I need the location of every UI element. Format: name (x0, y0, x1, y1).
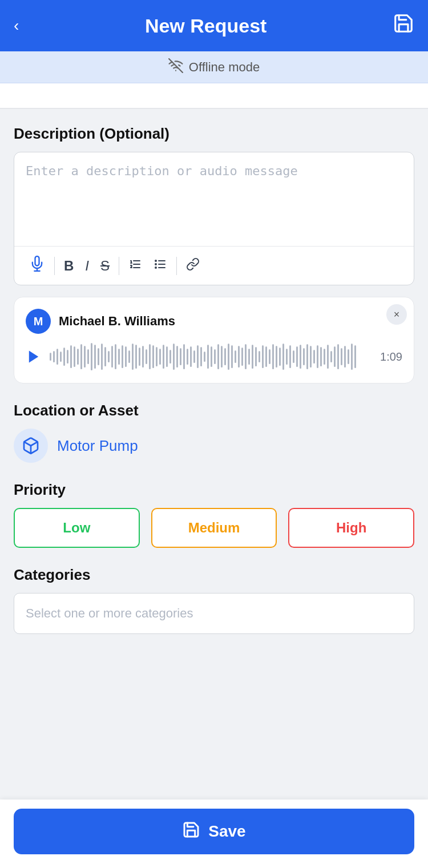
offline-banner: Offline mode (0, 51, 428, 83)
svg-point-10 (155, 260, 156, 261)
unordered-list-button[interactable] (148, 254, 173, 278)
avatar: M (26, 309, 51, 334)
app-header: ‹ New Request (0, 0, 428, 51)
priority-high-button[interactable]: High (288, 508, 414, 548)
strikethrough-button[interactable]: S (95, 255, 115, 277)
categories-select[interactable]: Select one or more categories (14, 593, 414, 634)
priority-low-button[interactable]: Low (14, 508, 140, 548)
bottom-bar: Save (0, 800, 428, 868)
svg-point-12 (155, 267, 156, 268)
description-container: B I S (14, 152, 414, 285)
asset-name[interactable]: Motor Pump (57, 437, 138, 455)
tab-row (0, 83, 428, 109)
audio-duration: 1:09 (380, 350, 402, 364)
location-asset-label: Location or Asset (14, 402, 414, 419)
waveform (50, 343, 372, 370)
description-input[interactable] (14, 152, 414, 244)
offline-text: Offline mode (189, 60, 260, 75)
audio-card: × M Michael B. Williams 1:09 (14, 297, 414, 383)
sep-3 (176, 257, 177, 275)
italic-button[interactable]: I (79, 255, 95, 277)
main-content: Description (Optional) B I S (0, 109, 428, 703)
bold-button[interactable]: B (58, 255, 79, 277)
priority-row: Low Medium High (14, 508, 414, 548)
sep-1 (54, 257, 55, 275)
asset-icon (14, 429, 48, 463)
back-button[interactable]: ‹ (14, 17, 19, 35)
priority-label: Priority (14, 481, 414, 499)
svg-marker-13 (29, 351, 38, 363)
sep-2 (119, 257, 119, 275)
text-toolbar: B I S (14, 247, 414, 285)
location-asset-row[interactable]: Motor Pump (14, 429, 414, 463)
svg-point-11 (155, 264, 156, 265)
audio-username: Michael B. Williams (59, 314, 175, 329)
categories-label: Categories (14, 566, 414, 584)
save-btn-label: Save (208, 822, 245, 841)
ordered-list-button[interactable] (123, 254, 148, 278)
save-btn-icon (182, 821, 200, 843)
priority-medium-button[interactable]: Medium (151, 508, 277, 548)
audio-player-row: 1:09 (26, 343, 402, 370)
description-label: Description (Optional) (14, 125, 414, 143)
mic-button[interactable] (23, 252, 51, 279)
link-button[interactable] (180, 254, 205, 278)
audio-close-button[interactable]: × (386, 304, 407, 325)
wifi-off-icon (168, 58, 183, 76)
page-title: New Request (145, 15, 267, 37)
header-save-icon[interactable] (393, 13, 414, 39)
play-button[interactable] (26, 349, 42, 365)
save-button[interactable]: Save (14, 809, 414, 854)
audio-user-row: M Michael B. Williams (26, 309, 402, 334)
